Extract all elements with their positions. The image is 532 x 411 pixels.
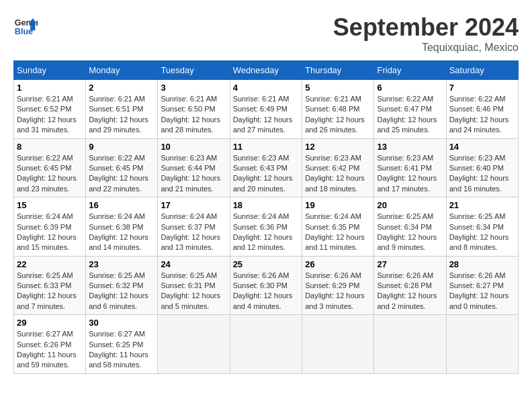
weekday-header-cell: Tuesday bbox=[158, 61, 230, 80]
calendar-cell bbox=[158, 315, 230, 374]
calendar-cell: 1Sunrise: 6:21 AM Sunset: 6:52 PM Daylig… bbox=[14, 80, 86, 139]
day-info: Sunrise: 6:26 AM Sunset: 6:30 PM Dayligh… bbox=[233, 271, 300, 312]
day-number: 1 bbox=[17, 83, 83, 93]
calendar-cell: 8Sunrise: 6:22 AM Sunset: 6:45 PM Daylig… bbox=[14, 138, 86, 197]
day-number: 24 bbox=[161, 259, 226, 269]
day-info: Sunrise: 6:26 AM Sunset: 6:28 PM Dayligh… bbox=[377, 271, 443, 312]
day-number: 23 bbox=[89, 259, 154, 269]
calendar-cell: 15Sunrise: 6:24 AM Sunset: 6:39 PM Dayli… bbox=[14, 197, 86, 257]
day-info: Sunrise: 6:22 AM Sunset: 6:46 PM Dayligh… bbox=[449, 94, 515, 136]
calendar-cell: 10Sunrise: 6:23 AM Sunset: 6:44 PM Dayli… bbox=[158, 138, 230, 197]
week-row: 8Sunrise: 6:22 AM Sunset: 6:45 PM Daylig… bbox=[14, 138, 519, 197]
weekday-header-cell: Thursday bbox=[302, 61, 374, 80]
logo-icon: General Blue bbox=[13, 13, 38, 38]
day-number: 22 bbox=[17, 259, 83, 269]
day-number: 8 bbox=[17, 142, 83, 152]
day-number: 5 bbox=[305, 83, 371, 93]
calendar-cell bbox=[374, 315, 446, 374]
day-number: 13 bbox=[377, 142, 443, 152]
day-info: Sunrise: 6:21 AM Sunset: 6:49 PM Dayligh… bbox=[233, 94, 300, 136]
day-info: Sunrise: 6:23 AM Sunset: 6:40 PM Dayligh… bbox=[449, 153, 515, 195]
day-info: Sunrise: 6:24 AM Sunset: 6:35 PM Dayligh… bbox=[305, 212, 371, 253]
calendar-cell: 11Sunrise: 6:23 AM Sunset: 6:43 PM Dayli… bbox=[230, 138, 302, 197]
weekday-header-cell: Monday bbox=[86, 61, 158, 80]
weekday-header-cell: Wednesday bbox=[230, 61, 302, 80]
calendar-cell: 9Sunrise: 6:22 AM Sunset: 6:45 PM Daylig… bbox=[86, 138, 158, 197]
calendar-cell: 19Sunrise: 6:24 AM Sunset: 6:35 PM Dayli… bbox=[302, 197, 374, 257]
weekday-header-cell: Sunday bbox=[14, 61, 86, 80]
day-number: 11 bbox=[233, 142, 300, 152]
calendar-cell bbox=[302, 315, 374, 374]
calendar-cell: 26Sunrise: 6:26 AM Sunset: 6:29 PM Dayli… bbox=[302, 256, 374, 315]
day-info: Sunrise: 6:21 AM Sunset: 6:52 PM Dayligh… bbox=[17, 94, 83, 136]
calendar-cell: 12Sunrise: 6:23 AM Sunset: 6:42 PM Dayli… bbox=[302, 138, 374, 197]
day-number: 25 bbox=[233, 259, 300, 269]
day-number: 9 bbox=[89, 142, 154, 152]
calendar-body: 1Sunrise: 6:21 AM Sunset: 6:52 PM Daylig… bbox=[14, 80, 519, 374]
week-row: 15Sunrise: 6:24 AM Sunset: 6:39 PM Dayli… bbox=[14, 197, 519, 257]
calendar-cell: 21Sunrise: 6:25 AM Sunset: 6:34 PM Dayli… bbox=[446, 197, 518, 257]
day-info: Sunrise: 6:25 AM Sunset: 6:32 PM Dayligh… bbox=[89, 271, 154, 312]
header: General Blue September 2024 Tequixquiac,… bbox=[13, 13, 519, 54]
day-info: Sunrise: 6:21 AM Sunset: 6:50 PM Dayligh… bbox=[161, 94, 226, 136]
calendar-cell: 7Sunrise: 6:22 AM Sunset: 6:46 PM Daylig… bbox=[446, 80, 518, 139]
calendar-cell: 2Sunrise: 6:21 AM Sunset: 6:51 PM Daylig… bbox=[86, 80, 158, 139]
location-title: Tequixquiac, Mexico bbox=[333, 42, 519, 54]
day-number: 2 bbox=[89, 83, 154, 93]
day-number: 10 bbox=[161, 142, 226, 152]
calendar-cell: 25Sunrise: 6:26 AM Sunset: 6:30 PM Dayli… bbox=[230, 256, 302, 315]
calendar-table: SundayMondayTuesdayWednesdayThursdayFrid… bbox=[13, 60, 519, 374]
week-row: 22Sunrise: 6:25 AM Sunset: 6:33 PM Dayli… bbox=[14, 256, 519, 315]
day-number: 21 bbox=[449, 200, 515, 210]
day-info: Sunrise: 6:23 AM Sunset: 6:44 PM Dayligh… bbox=[161, 153, 226, 195]
day-info: Sunrise: 6:24 AM Sunset: 6:37 PM Dayligh… bbox=[161, 212, 226, 253]
calendar-cell: 30Sunrise: 6:27 AM Sunset: 6:25 PM Dayli… bbox=[86, 315, 158, 374]
day-info: Sunrise: 6:22 AM Sunset: 6:47 PM Dayligh… bbox=[377, 94, 443, 136]
day-number: 18 bbox=[233, 200, 300, 210]
day-number: 26 bbox=[305, 259, 371, 269]
calendar-cell: 18Sunrise: 6:24 AM Sunset: 6:36 PM Dayli… bbox=[230, 197, 302, 257]
calendar-cell: 29Sunrise: 6:27 AM Sunset: 6:26 PM Dayli… bbox=[14, 315, 86, 374]
day-info: Sunrise: 6:26 AM Sunset: 6:29 PM Dayligh… bbox=[305, 271, 371, 312]
day-number: 27 bbox=[377, 259, 443, 269]
calendar-cell: 24Sunrise: 6:25 AM Sunset: 6:31 PM Dayli… bbox=[158, 256, 230, 315]
day-info: Sunrise: 6:27 AM Sunset: 6:26 PM Dayligh… bbox=[17, 329, 83, 371]
day-number: 20 bbox=[377, 200, 443, 210]
day-number: 19 bbox=[305, 200, 371, 210]
day-info: Sunrise: 6:26 AM Sunset: 6:27 PM Dayligh… bbox=[449, 271, 515, 312]
calendar-cell: 27Sunrise: 6:26 AM Sunset: 6:28 PM Dayli… bbox=[374, 256, 446, 315]
day-number: 3 bbox=[161, 83, 226, 93]
day-number: 15 bbox=[17, 200, 83, 210]
day-info: Sunrise: 6:23 AM Sunset: 6:42 PM Dayligh… bbox=[305, 153, 371, 195]
calendar-cell bbox=[230, 315, 302, 374]
week-row: 29Sunrise: 6:27 AM Sunset: 6:26 PM Dayli… bbox=[14, 315, 519, 374]
calendar-cell: 22Sunrise: 6:25 AM Sunset: 6:33 PM Dayli… bbox=[14, 256, 86, 315]
logo: General Blue bbox=[13, 13, 38, 38]
calendar-cell: 13Sunrise: 6:23 AM Sunset: 6:41 PM Dayli… bbox=[374, 138, 446, 197]
day-info: Sunrise: 6:21 AM Sunset: 6:48 PM Dayligh… bbox=[305, 94, 371, 136]
calendar-cell: 4Sunrise: 6:21 AM Sunset: 6:49 PM Daylig… bbox=[230, 80, 302, 139]
day-info: Sunrise: 6:23 AM Sunset: 6:41 PM Dayligh… bbox=[377, 153, 443, 195]
day-number: 7 bbox=[449, 83, 515, 93]
calendar-cell: 16Sunrise: 6:24 AM Sunset: 6:38 PM Dayli… bbox=[86, 197, 158, 257]
calendar-cell: 14Sunrise: 6:23 AM Sunset: 6:40 PM Dayli… bbox=[446, 138, 518, 197]
day-number: 12 bbox=[305, 142, 371, 152]
day-info: Sunrise: 6:25 AM Sunset: 6:34 PM Dayligh… bbox=[377, 212, 443, 253]
week-row: 1Sunrise: 6:21 AM Sunset: 6:52 PM Daylig… bbox=[14, 80, 519, 139]
calendar-cell bbox=[446, 315, 518, 374]
calendar-cell: 3Sunrise: 6:21 AM Sunset: 6:50 PM Daylig… bbox=[158, 80, 230, 139]
day-number: 17 bbox=[161, 200, 226, 210]
calendar-cell: 5Sunrise: 6:21 AM Sunset: 6:48 PM Daylig… bbox=[302, 80, 374, 139]
weekday-header: SundayMondayTuesdayWednesdayThursdayFrid… bbox=[14, 61, 519, 80]
day-number: 16 bbox=[89, 200, 154, 210]
day-info: Sunrise: 6:21 AM Sunset: 6:51 PM Dayligh… bbox=[89, 94, 154, 136]
weekday-header-cell: Friday bbox=[374, 61, 446, 80]
calendar-cell: 17Sunrise: 6:24 AM Sunset: 6:37 PM Dayli… bbox=[158, 197, 230, 257]
day-info: Sunrise: 6:24 AM Sunset: 6:39 PM Dayligh… bbox=[17, 212, 83, 253]
day-info: Sunrise: 6:22 AM Sunset: 6:45 PM Dayligh… bbox=[17, 153, 83, 195]
day-number: 14 bbox=[449, 142, 515, 152]
day-info: Sunrise: 6:27 AM Sunset: 6:25 PM Dayligh… bbox=[89, 329, 154, 371]
calendar-cell: 6Sunrise: 6:22 AM Sunset: 6:47 PM Daylig… bbox=[374, 80, 446, 139]
day-info: Sunrise: 6:24 AM Sunset: 6:36 PM Dayligh… bbox=[233, 212, 300, 253]
day-info: Sunrise: 6:22 AM Sunset: 6:45 PM Dayligh… bbox=[89, 153, 154, 195]
